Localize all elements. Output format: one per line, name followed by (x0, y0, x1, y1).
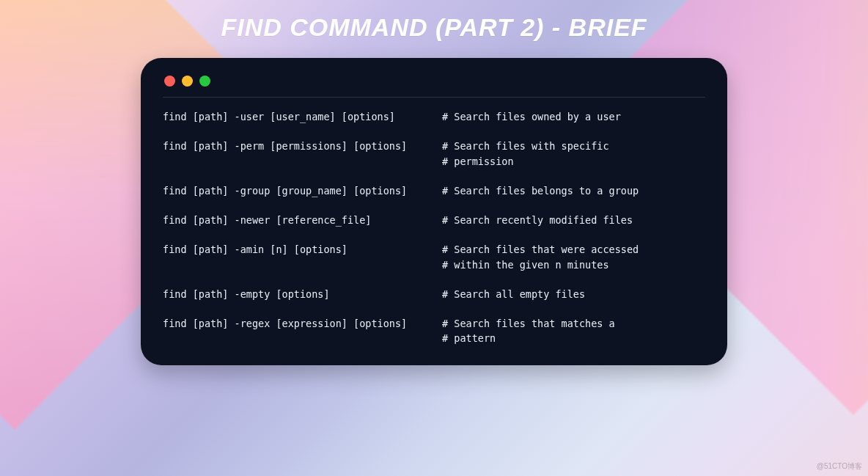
command-text: find [path] -newer [reference_file] (163, 213, 426, 227)
command-text: find [path] -perm [permissions] [options… (163, 139, 426, 153)
command-text-cont (163, 154, 426, 169)
row-spacer (163, 124, 705, 139)
close-icon (164, 76, 175, 87)
terminal-window: find [path] -user [user_name] [options]#… (141, 58, 727, 365)
command-comment: # Search all empty files (442, 287, 705, 301)
command-text: find [path] -user [user_name] [options] (163, 109, 426, 124)
command-comment: # pattern (442, 331, 705, 345)
command-text: find [path] -amin [n] [options] (163, 242, 426, 257)
watermark: @51CTO博客 (817, 461, 862, 472)
command-comment: # Search files belongs to a group (442, 183, 705, 198)
command-comment: # permission (442, 154, 705, 169)
row-spacer (163, 198, 705, 213)
row-spacer (163, 272, 705, 287)
divider (163, 97, 705, 98)
row-spacer (163, 169, 705, 183)
command-comment: # Search files that matches a (442, 316, 705, 331)
command-text: find [path] -regex [expression] [options… (163, 316, 426, 331)
row-spacer (163, 227, 705, 242)
code-block: find [path] -user [user_name] [options]#… (163, 109, 705, 346)
command-text: find [path] -empty [options] (163, 287, 426, 301)
page-title: FIND COMMAND (PART 2) - BRIEF (0, 0, 868, 42)
command-comment: # Search files owned by a user (442, 109, 705, 124)
command-comment: # within the given n minutes (442, 257, 705, 272)
command-comment: # Search files with specific (442, 139, 705, 153)
row-spacer (163, 301, 705, 316)
command-text-cont (163, 257, 426, 272)
command-text-cont (163, 331, 426, 345)
window-controls (163, 73, 705, 97)
command-comment: # Search recently modified files (442, 213, 705, 227)
maximize-icon (199, 76, 210, 87)
minimize-icon (182, 76, 193, 87)
command-comment: # Search files that were accessed (442, 242, 705, 257)
command-text: find [path] -group [group_name] [options… (163, 183, 426, 198)
